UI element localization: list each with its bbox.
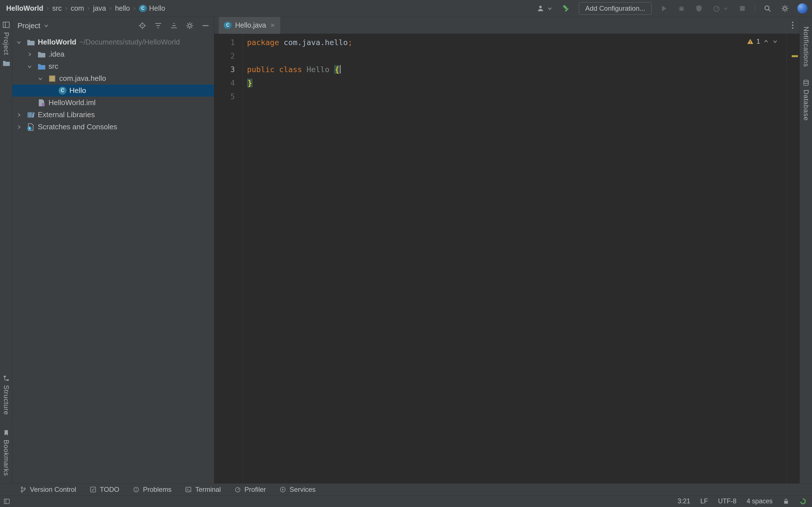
tree-item-scratches[interactable]: Scratches and Consoles [12,121,214,133]
stop-button[interactable] [737,2,748,15]
line-number[interactable]: 4 [214,76,235,90]
tree-item-label: src [49,62,58,71]
tree-item-iml-file[interactable]: HelloWorld.iml [12,97,214,109]
class-icon: C [59,87,66,95]
chevron-right-icon [132,6,137,11]
tool-window-problems[interactable]: Problems [133,484,171,496]
line-number[interactable]: 5 [214,90,235,103]
sidebar-item-database[interactable]: Database [802,79,810,121]
line-number[interactable]: 2 [214,49,235,63]
tool-window-profiler[interactable]: Profiler [234,484,266,496]
breadcrumb-item-hello[interactable]: hello [115,4,130,12]
database-icon [803,79,809,86]
chevron-right-icon [86,6,91,11]
previous-problem-button[interactable] [763,38,769,45]
tool-window-terminal[interactable]: Terminal [185,484,221,496]
next-problem-button[interactable] [772,38,778,45]
expand-all-button[interactable] [154,22,162,30]
scrollbar-warning-mark[interactable] [792,55,798,57]
tree-item-src[interactable]: src [12,60,214,72]
user-avatar[interactable] [797,3,808,13]
chevron-down-icon[interactable] [27,63,37,69]
target-icon [139,22,146,30]
chevron-down-icon[interactable] [16,39,27,45]
breadcrumb-item-java[interactable]: java [93,4,106,12]
line-number[interactable]: 1 [214,36,235,49]
tree-item-idea[interactable]: .idea [12,48,214,60]
settings-button[interactable] [780,2,790,15]
user-menu-button[interactable] [536,2,554,15]
sidebar-item-bookmarks[interactable]: Bookmarks [2,430,10,476]
chevron-down-icon[interactable] [43,22,49,29]
add-configuration-label: Add Configuration... [585,4,645,12]
profiler-run-button[interactable] [711,2,730,15]
breadcrumb-item-project[interactable]: HelloWorld [6,4,43,12]
caret-position-value: 3:21 [677,497,690,505]
caret-position-widget[interactable]: 3:21 [677,497,690,505]
readonly-toggle-button[interactable] [783,498,790,505]
select-opened-file-button[interactable] [139,22,146,30]
code-editor[interactable]: 1 2 3 4 5 package com.java.hello; public… [214,34,800,483]
sidebar-item-structure[interactable]: Structure [2,375,10,415]
chevron-down-icon [772,38,778,45]
run-with-coverage-button[interactable] [694,2,704,15]
tree-item-class-hello[interactable]: C Hello [12,84,214,97]
editor-gutter[interactable]: 1 2 3 4 5 [214,34,243,483]
breadcrumb-item-class-hello[interactable]: C Hello [139,4,165,12]
package-icon [48,74,56,83]
indent-widget[interactable]: 4 spaces [747,497,772,505]
left-tool-stripe: Project Structure Bookmarks [0,17,12,483]
libraries-icon [27,111,35,119]
tab-hello-java[interactable]: C Hello.java [219,17,280,34]
chevron-right-icon[interactable] [16,112,27,118]
line-number-current[interactable]: 3 [214,63,235,76]
background-status-button[interactable] [800,498,806,505]
sidebar-item-notifications[interactable]: Notifications [802,26,810,67]
tree-item-label: HelloWorld.iml [49,98,96,107]
tab-options-icon[interactable] [792,22,794,29]
line-separator-widget[interactable]: LF [700,497,708,505]
inspections-widget[interactable]: 1 [747,38,778,45]
code-content[interactable]: package com.java.hello; public class Hel… [243,34,800,483]
play-icon [660,4,668,12]
hide-panel-button[interactable] [202,22,209,30]
tree-item-project-root[interactable]: HelloWorld ~/Documents/study/HelloWorld [12,36,214,48]
run-button[interactable] [659,2,669,15]
tool-window-toggle-button[interactable] [3,498,10,505]
collapse-all-button[interactable] [170,22,178,30]
chevron-up-icon [763,38,769,45]
tool-window-todo[interactable]: TODO [90,484,119,496]
notifications-stripe-label: Notifications [802,26,810,67]
branch-icon [20,486,27,493]
folder-stripe-button[interactable] [2,59,10,67]
warning-icon [747,38,754,45]
code-line-4: } [247,76,800,90]
debug-button[interactable] [676,2,687,15]
tool-window-label: Profiler [245,486,266,494]
folder-icon [37,50,46,59]
encoding-widget[interactable]: UTF-8 [718,497,737,505]
sidebar-item-project[interactable]: Project [2,21,10,55]
breadcrumb-item-src[interactable]: src [52,4,61,12]
tool-window-label: Terminal [195,486,221,494]
user-icon [537,4,545,12]
chevron-down-icon[interactable] [37,75,48,82]
scratches-icon [27,123,35,131]
add-configuration-button[interactable]: Add Configuration... [579,2,652,15]
code-line-5 [247,90,800,103]
tool-window-label: TODO [100,486,119,494]
close-icon[interactable] [269,22,276,29]
tree-item-label: HelloWorld [38,38,77,47]
panel-options-button[interactable] [186,22,194,30]
tree-item-package[interactable]: com.java.hello [12,72,214,84]
project-panel-title[interactable]: Project [17,21,40,30]
chevron-right-icon[interactable] [27,51,37,57]
database-stripe-label: Database [802,90,810,121]
tool-window-services[interactable]: Services [280,484,315,496]
breadcrumb-item-com[interactable]: com [71,4,84,12]
tree-item-external-libraries[interactable]: External Libraries [12,109,214,121]
chevron-right-icon[interactable] [16,124,27,130]
search-everywhere-button[interactable] [762,2,772,15]
build-project-button[interactable] [561,2,571,15]
tool-window-version-control[interactable]: Version Control [20,484,76,496]
